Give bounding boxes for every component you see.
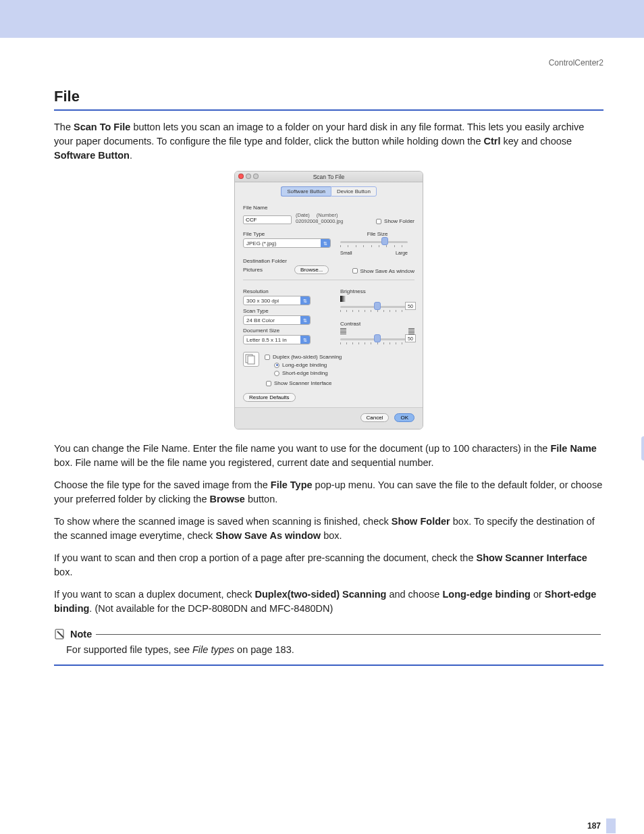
minimize-icon[interactable]: [246, 174, 251, 179]
text: and choose: [386, 589, 442, 600]
chevron-updown-icon: ⇅: [321, 239, 330, 247]
checkbox-icon: [266, 381, 271, 386]
text: If you want to scan and then crop a port…: [54, 552, 477, 563]
bold: Duplex(two-sided) Scanning: [254, 589, 386, 600]
show-save-as-label: Show Save As window: [360, 268, 415, 274]
date-hint: (Date): [296, 212, 310, 218]
text: box.: [321, 530, 342, 541]
radio-icon: [274, 371, 279, 376]
end-rule: [54, 664, 603, 666]
brightness-value: 50: [405, 302, 416, 310]
text: key and choose: [501, 136, 572, 147]
bold: Browse: [210, 494, 245, 504]
text: If you want to scan a duplex document, c…: [54, 589, 254, 600]
paragraph-duplex: If you want to scan a duplex document, c…: [54, 588, 603, 616]
page-number: 187: [54, 821, 603, 831]
text: box.: [54, 567, 72, 577]
page-content: ControlCenter2 File The Scan To File but…: [0, 38, 644, 834]
show-folder-checkbox[interactable]: Show Folder: [376, 218, 414, 224]
contrast-high-icon: [408, 328, 414, 334]
file-type-value: JPEG (*.jpg): [246, 240, 276, 246]
short-edge-radio[interactable]: Short-edge binding: [274, 370, 342, 376]
dialog-title: Scan To File: [313, 174, 345, 180]
note-body: For supported file types, see File types…: [66, 644, 603, 655]
dialog-screenshot: Scan To File Software Button Device Butt…: [54, 171, 603, 429]
window-controls: [238, 174, 259, 179]
file-size-large-label: Large: [396, 251, 408, 255]
text: You can change the File Name. Enter the …: [54, 443, 550, 454]
paragraph-filename: You can change the File Name. Enter the …: [54, 442, 603, 470]
contrast-slider[interactable]: 50: [340, 336, 414, 346]
filename-example: 02092008_00000.jpg: [296, 218, 344, 224]
restore-defaults-button[interactable]: Restore Defaults: [243, 393, 296, 402]
title-rule: [54, 109, 603, 111]
document-size-select[interactable]: Letter 8.5 x 11 in ⇅: [243, 335, 311, 344]
file-type-select[interactable]: JPEG (*.jpg) ⇅: [243, 238, 331, 248]
note-icon: [54, 628, 66, 640]
duplex-icon: [243, 352, 259, 367]
checkbox-icon: [376, 219, 381, 224]
file-size-slider[interactable]: [340, 238, 414, 249]
contrast-value: 50: [405, 334, 416, 342]
text: box. File name will be the file name you…: [54, 457, 434, 468]
zoom-icon[interactable]: [253, 174, 259, 179]
text: or: [531, 589, 545, 600]
scan-type-label: Scan Type: [243, 308, 332, 314]
brightness-label: Brightness: [340, 288, 414, 294]
scan-type-select[interactable]: 24 Bit Color ⇅: [243, 315, 311, 325]
paragraph-showfolder: To show where the scanned image is saved…: [54, 515, 603, 543]
section-title: File: [54, 88, 603, 105]
bold: File Type: [271, 479, 313, 490]
brightness-slider[interactable]: 50: [340, 303, 414, 314]
tab-software-button[interactable]: Software Button: [281, 186, 331, 197]
resolution-select[interactable]: 300 x 300 dpi ⇅: [243, 296, 311, 305]
close-icon[interactable]: [238, 174, 244, 179]
text: To show where the scanned image is saved…: [54, 516, 392, 527]
paragraph-filetype: Choose the file type for the saved image…: [54, 478, 603, 506]
note-block: Note For supported file types, see File …: [54, 628, 603, 666]
bold: Show Save As window: [215, 530, 321, 541]
duplex-checkbox[interactable]: Duplex (two-sided) Scanning: [265, 354, 342, 360]
scan-to-file-dialog: Scan To File Software Button Device Butt…: [234, 171, 423, 429]
chevron-updown-icon: ⇅: [300, 316, 310, 324]
checkbox-icon: [352, 268, 358, 273]
short-edge-label: Short-edge binding: [282, 370, 328, 376]
scan-type-value: 24 Bit Color: [246, 317, 275, 323]
radio-icon: [274, 363, 279, 368]
text: on page 183.: [234, 644, 294, 655]
bold: File Name: [550, 443, 597, 454]
note-title: Note: [70, 629, 92, 640]
dialog-body: File Name (Date) (Number) 02092008_00000…: [235, 198, 423, 407]
bold: Software Button: [54, 150, 130, 161]
tab-device-button[interactable]: Device Button: [331, 186, 377, 197]
bold: Ctrl: [484, 136, 501, 147]
text: button.: [245, 494, 277, 504]
number-hint: (Number): [317, 212, 338, 218]
dialog-titlebar: Scan To File: [235, 172, 423, 182]
text: Choose the file type for the saved image…: [54, 479, 271, 490]
show-save-as-checkbox[interactable]: Show Save As window: [352, 268, 415, 274]
chevron-updown-icon: ⇅: [300, 336, 310, 344]
file-name-label: File Name: [243, 205, 414, 211]
cancel-button[interactable]: Cancel: [360, 413, 390, 422]
browse-button[interactable]: Browse...: [294, 265, 329, 274]
file-name-input[interactable]: [243, 215, 292, 224]
ok-button[interactable]: OK: [394, 413, 414, 422]
dest-folder-value: Pictures: [243, 267, 290, 273]
contrast-low-icon: [340, 328, 346, 334]
duplex-label: Duplex (two-sided) Scanning: [273, 354, 342, 360]
top-band: [0, 0, 644, 38]
show-folder-label: Show Folder: [384, 218, 414, 224]
dialog-footer: Cancel OK: [235, 407, 423, 429]
long-edge-radio[interactable]: Long-edge binding: [274, 362, 342, 368]
show-scanner-interface-checkbox[interactable]: Show Scanner Interface: [266, 380, 414, 386]
text: .: [130, 150, 132, 161]
file-size-label: File Size: [340, 231, 414, 237]
long-edge-label: Long-edge binding: [282, 362, 327, 368]
bold: Long-edge binding: [442, 589, 530, 600]
paragraph-scanner-interface: If you want to scan and then crop a port…: [54, 551, 603, 579]
svg-rect-1: [248, 356, 254, 364]
text: For supported file types, see: [66, 644, 192, 655]
resolution-value: 300 x 300 dpi: [246, 298, 279, 304]
bold: Show Scanner Interface: [477, 552, 587, 563]
